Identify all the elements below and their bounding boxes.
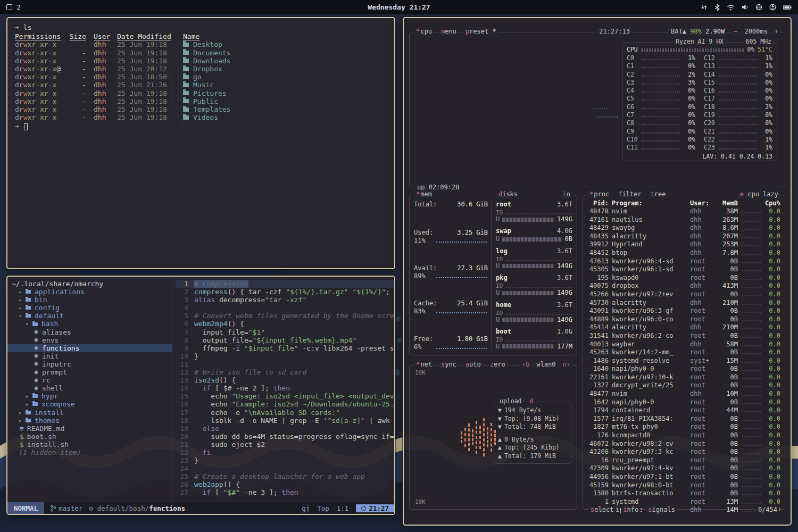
code-line[interactable]: 16 echo "Example: iso2sd ~/Downloads/ubu…: [176, 400, 394, 408]
code-line[interactable]: 25# Create a desktop launcher for a web …: [176, 472, 394, 480]
col-header-user[interactable]: User:: [690, 200, 714, 207]
code-line[interactable]: 6webm2mp4() {: [176, 320, 394, 328]
account-icon[interactable]: [769, 4, 776, 11]
tree-item-functions[interactable]: functions: [7, 344, 172, 352]
btop-tab-cpu[interactable]: *cpu: [414, 28, 434, 36]
proc-row[interactable]: 31541kworker/u96:2-coroot0B0.0: [587, 332, 780, 340]
file-name[interactable]: Pictures: [176, 89, 387, 97]
neovim-window[interactable]: ~/.local/share/omarchy▸applications▸bin▸…: [6, 276, 395, 515]
code-line[interactable]: 24: [176, 464, 394, 472]
btop-tab-filter[interactable]: filter: [616, 190, 643, 198]
tree-item--local-share-omarchy[interactable]: ~/.local/share/omarchy: [7, 280, 172, 288]
proc-row[interactable]: 39912Hyprlanddhh253M0.0: [587, 240, 780, 249]
terminal-window-ls[interactable]: ➜ ls Permissions Size User Date Modified…: [6, 17, 395, 269]
tree-item-init[interactable]: init: [7, 352, 172, 360]
proc-row[interactable]: 46072kworker/u98:2-evroot0B0.0: [587, 440, 780, 448]
btop-tab-disks[interactable]: disks: [496, 190, 520, 198]
workspace-number[interactable]: 2: [16, 3, 21, 11]
col-header-pid[interactable]: Pid:: [587, 200, 612, 207]
proc-row[interactable]: 1327dmcrypt_write/25root0B0.0: [587, 381, 780, 390]
proc-row[interactable]: 44956kworker/u97:1-btroot0B0.0: [587, 473, 780, 481]
proc-row[interactable]: 45305kworker/u96:1-sdroot0B0.0: [587, 265, 780, 274]
proc-row[interactable]: 44889kworker/u96:0-coroot0B0.0: [587, 315, 780, 324]
tree-item-hypr[interactable]: ▸hypr: [7, 392, 172, 400]
proc-row[interactable]: 1577irq/81-PIXA3854:root0B0.0: [587, 415, 780, 423]
code-line[interactable]: 5# Convert webm files generated by the G…: [176, 312, 394, 320]
file-name[interactable]: Videos: [176, 113, 387, 121]
tree-item-install[interactable]: ▸install: [7, 409, 172, 417]
tree-item-inputrc[interactable]: inputrc: [7, 360, 172, 368]
proc-row[interactable]: 48429swaybgdhh8.6M0.0: [587, 224, 780, 232]
proc-action-info[interactable]: info: [621, 506, 641, 514]
proc-row[interactable]: 1794containerdroot44M0.0: [587, 406, 780, 415]
proc-row[interactable]: 43208kworker/u97:3-kcroot0B0.0: [587, 448, 780, 456]
code-line[interactable]: 11: [176, 360, 394, 368]
code-line[interactable]: 13iso2sd() {: [176, 376, 394, 384]
workspace-icon[interactable]: [6, 4, 12, 10]
proc-row[interactable]: 22161kworker/u97:10-kroot0B0.0: [587, 373, 780, 382]
bluetooth-icon[interactable]: [714, 4, 720, 11]
interval-increase[interactable]: +: [772, 28, 780, 36]
code-line[interactable]: 8 output_file="${input_file%.webm}.mp4": [176, 336, 394, 344]
file-name[interactable]: Templates: [176, 105, 387, 113]
code-line[interactable]: 26web2app() {: [176, 480, 394, 488]
battery-icon[interactable]: [783, 5, 792, 10]
proc-row[interactable]: 16rcu_preemptroot0B0.0: [587, 456, 780, 465]
code-line[interactable]: 18 lsblk -d -o NAME | grep -E '^sd[a-z]'…: [176, 417, 394, 425]
btop-tab-cpu-lazy[interactable]: e cpu lazy: [738, 190, 780, 198]
code-line[interactable]: 23}: [176, 456, 394, 464]
iface-next[interactable]: n›: [561, 361, 572, 369]
proc-row[interactable]: 1642napi/phy0-0root0B0.0: [587, 398, 780, 407]
proc-row[interactable]: 48435alacrittydhh207M0.0: [587, 232, 780, 241]
proc-row[interactable]: 47613kworker/u96:4-sdroot0B0.0: [587, 257, 780, 266]
proc-row[interactable]: 40013waybardhh58M0.0: [587, 340, 780, 349]
code-line[interactable]: 22 fi: [176, 448, 394, 456]
file-name[interactable]: Downloads: [176, 57, 387, 65]
tree-item-config[interactable]: ▸config: [7, 304, 172, 312]
btop-tab-tree[interactable]: tree: [649, 190, 668, 198]
col-header-memb[interactable]: MemB: [714, 200, 738, 207]
code-line[interactable]: 12# Write iso file to sd card: [176, 368, 394, 376]
proc-row[interactable]: 48478nvimdhh38M0.0: [587, 207, 780, 216]
code-line[interactable]: 20 sudo dd bs=4M status=progress oflag=s…: [176, 433, 394, 440]
proc-row[interactable]: 48477nvimdhh10M0.0: [587, 390, 780, 398]
tree-item-rc[interactable]: rc: [7, 376, 172, 384]
tree-item-default[interactable]: ▾default: [7, 312, 172, 320]
proc-row[interactable]: 45263kworker/14:2-mm_root0B0.0: [587, 348, 780, 357]
btop-tab-zero[interactable]: zero: [488, 361, 508, 369]
btop-tab-preset[interactable]: preset *: [463, 28, 498, 36]
proc-row[interactable]: 176kcompactd0root0B0.0: [587, 431, 780, 440]
btop-tab-menu[interactable]: menu: [439, 28, 459, 36]
btop-tab-net[interactable]: *net: [414, 361, 434, 369]
tree-item-boot-sh[interactable]: $boot.sh: [7, 433, 172, 440]
tree-item-aliases[interactable]: aliases: [7, 328, 172, 336]
volume-icon[interactable]: [742, 4, 749, 11]
code-line[interactable]: 17 echo -e "\nAvailable SD cards:": [176, 409, 394, 417]
code-editor[interactable]: 1# Compression2compress() { tar -czf "${…: [172, 277, 394, 502]
file-name[interactable]: Public: [176, 97, 387, 105]
tree-item-xcompose[interactable]: ▸xcompose: [7, 400, 172, 408]
proc-row[interactable]: 1380btrfs-transactioroot0B0.0: [587, 489, 780, 498]
tree-item-themes[interactable]: ▸themes: [7, 417, 172, 425]
proc-row[interactable]: 45266kworker/u97:2+evroot0B0.0: [587, 290, 780, 299]
tree-item-bin[interactable]: ▸bin: [7, 296, 172, 304]
tree-item-install-sh[interactable]: $install.sh: [7, 440, 172, 448]
proc-row[interactable]: 42309kworker/u97:4-kvroot0B0.0: [587, 464, 780, 473]
btop-tab-proc[interactable]: *proc: [587, 190, 611, 198]
btop-tab-sync[interactable]: sync: [439, 361, 459, 369]
proc-row[interactable]: 47161nautilusdhh263M0.0: [587, 216, 780, 225]
code-line[interactable]: 3alias decompress="tar -xzf": [176, 296, 394, 304]
code-line[interactable]: 10}: [176, 352, 394, 360]
code-line[interactable]: 1# Compression: [176, 280, 394, 288]
proc-row[interactable]: 1640napi/phy0-0root0B0.0: [587, 365, 780, 373]
code-line[interactable]: 19 else: [176, 425, 394, 433]
col-header-program[interactable]: Program:: [612, 200, 690, 207]
file-name[interactable]: Documents: [176, 49, 387, 57]
file-name[interactable]: Desktop: [176, 40, 387, 48]
proc-row[interactable]: 45414alacrittydhh210M0.0: [587, 323, 780, 332]
file-name[interactable]: Music: [176, 81, 387, 89]
proc-action-select[interactable]: select: [588, 506, 616, 514]
tree-item-readme-md[interactable]: ≡README.md: [7, 425, 172, 433]
wifi-icon[interactable]: [727, 4, 735, 11]
proc-row[interactable]: 45159kworker/u98:0-btroot0B0.0: [587, 481, 780, 490]
